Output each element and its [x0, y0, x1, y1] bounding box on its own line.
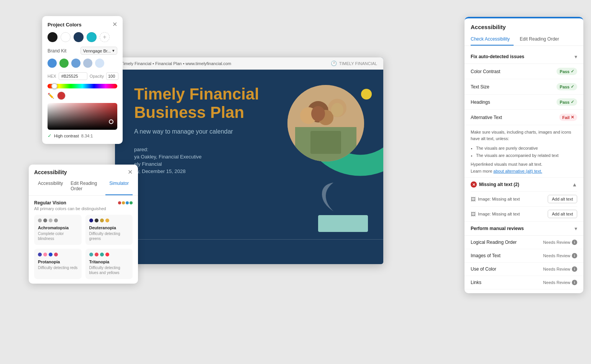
- hex-input[interactable]: [59, 72, 87, 80]
- fix-auto-issues-row[interactable]: Fix auto-detected issues ▾: [465, 50, 583, 64]
- tab-edit-reading-order-left[interactable]: Edit Reading Order: [67, 178, 105, 195]
- canvas-subtitle: A new way to manage your calendar: [134, 128, 261, 135]
- color-swatch-teal[interactable]: [87, 32, 97, 42]
- opacity-input[interactable]: [106, 72, 118, 80]
- images-of-text-row[interactable]: Images of Text Needs Review i: [465, 249, 583, 263]
- contrast-value: 8.34:1: [81, 134, 93, 138]
- alt-text-label: Alternative Text: [471, 115, 502, 120]
- links-label: Links: [471, 280, 481, 285]
- links-status: Needs Review i: [543, 280, 577, 285]
- project-colors-title: Project Colors: [48, 22, 82, 28]
- alt-bullet-2: The visuals are accompanied by related t…: [476, 152, 577, 159]
- eyedropper-row: ✏️: [48, 91, 117, 100]
- tab-edit-reading-order-right[interactable]: Edit Reading Order: [520, 34, 563, 46]
- manual-reviews-section: Perform manual reviews ▾ Logical Reading…: [465, 222, 583, 289]
- high-contrast-label: High contrast: [54, 134, 79, 138]
- add-color-button[interactable]: +: [100, 32, 110, 42]
- color-swatch-black[interactable]: [48, 32, 57, 42]
- fail-icon: ✕: [571, 115, 574, 120]
- chevron-down-icon: ▾: [112, 48, 115, 53]
- logical-reading-order-row[interactable]: Logical Reading Order Needs Review i: [465, 236, 583, 249]
- color-contrast-row[interactable]: Color Contrast Pass ✓: [465, 64, 583, 79]
- regular-vision-header: Regular Vision: [34, 200, 133, 206]
- vision-card-protanopia[interactable]: Protanopia Difficulty detecting reds: [34, 249, 82, 279]
- svg-rect-7: [310, 131, 341, 154]
- manual-reviews-header[interactable]: Perform manual reviews ▾: [465, 222, 583, 236]
- canvas-main-content: Timely Financial Business Plan A new way…: [115, 70, 383, 263]
- alt-text-description-section: Make sure visuals, including charts, ima…: [465, 125, 583, 178]
- brand-kit-value: Venngage Br...: [83, 49, 111, 53]
- svg-point-8: [311, 106, 325, 121]
- logical-reading-order-label: Logical Reading Order: [471, 240, 517, 245]
- color-spectrum-bar[interactable]: [48, 84, 117, 88]
- brand-swatch-4[interactable]: [83, 59, 92, 68]
- picker-thumb[interactable]: [109, 119, 113, 124]
- add-alt-text-button-1[interactable]: Add alt text: [548, 195, 577, 203]
- color-swatch-white[interactable]: [61, 32, 71, 42]
- vision-card-deuteranopia[interactable]: Deuteranopia Difficulty detecting greens: [85, 215, 133, 245]
- acc-left-header: Accessibility ✕: [29, 165, 138, 175]
- manual-reviews-label: Perform manual reviews: [471, 226, 524, 231]
- tab-check-accessibility[interactable]: Check Accessibility: [471, 34, 514, 46]
- info-icon-3: i: [572, 266, 577, 272]
- acc-left-close-button[interactable]: ✕: [128, 169, 133, 175]
- main-color-swatches: +: [48, 32, 117, 42]
- achromatopsia-dots: [38, 219, 78, 222]
- achromatopsia-desc: Complete color blindness: [38, 231, 78, 241]
- team-photo: [287, 85, 364, 162]
- company-name: ely Financial: [134, 161, 364, 167]
- alt-text-row[interactable]: Alternative Text Fail ✕: [465, 110, 583, 125]
- alt-text-learn-more: Learn more about alternative (alt) text.: [471, 169, 577, 173]
- brand-swatch-5[interactable]: [95, 59, 104, 68]
- alt-text-desc: Make sure visuals, including charts, ima…: [471, 129, 577, 142]
- eyedropper-icon[interactable]: ✏️: [48, 93, 54, 99]
- canvas-divider: [115, 239, 383, 240]
- check-icon: ✓: [48, 133, 52, 139]
- brand-swatch-3[interactable]: [71, 59, 80, 68]
- alt-text-learn-link[interactable]: about alternative (alt) text.: [493, 169, 542, 173]
- vision-card-achromatopsia[interactable]: Achromatopsia Complete color blindness: [34, 215, 82, 245]
- images-of-text-status: Needs Review i: [543, 253, 577, 258]
- tritanopia-desc: Difficulty detecting blues and yellows: [89, 265, 129, 275]
- add-alt-text-button-2[interactable]: Add alt text: [548, 210, 577, 218]
- tab-accessibility-left[interactable]: Accessibility: [34, 178, 67, 195]
- missing-alt-chevron-icon: ▲: [572, 181, 577, 188]
- info-icon-2: i: [572, 253, 577, 258]
- manual-reviews-chevron-icon: ▾: [575, 225, 577, 232]
- headings-row[interactable]: Headings Pass ✓: [465, 95, 583, 110]
- missing-alt-label: ✕ Missing alt text (2): [471, 181, 519, 188]
- color-picker-gradient[interactable]: [48, 103, 117, 130]
- fix-auto-label: Fix auto-detected issues: [471, 54, 524, 59]
- canvas-brand-name: TIMELY FINANCIAL: [339, 61, 377, 66]
- tab-simulator[interactable]: Simulator: [105, 178, 133, 195]
- text-size-row[interactable]: Text Size Pass ✓: [465, 79, 583, 95]
- info-icon-4: i: [572, 280, 577, 285]
- use-of-color-row[interactable]: Use of Color Needs Review i: [465, 263, 583, 276]
- svg-point-9: [331, 103, 343, 117]
- image-icon-2: 🖼: [471, 211, 476, 217]
- text-size-status: Pass ✓: [557, 83, 577, 90]
- spectrum-thumb[interactable]: [51, 83, 57, 89]
- alt-text-hyperlink-rule: Hyperlinked visuals must have alt text.: [471, 162, 577, 166]
- color-swatch-dark-blue[interactable]: [74, 32, 84, 42]
- clock-icon: 🕐: [331, 60, 337, 66]
- missing-alt-header[interactable]: ✕ Missing alt text (2) ▲: [471, 178, 577, 191]
- acc-left-title: Accessibility: [34, 169, 67, 175]
- brand-swatch-2[interactable]: [59, 59, 69, 68]
- brand-kit-select[interactable]: Venngage Br... ▾: [80, 47, 117, 55]
- canvas-brand-logo: 🕐 TIMELY FINANCIAL: [331, 60, 377, 66]
- image-icon-1: 🖼: [471, 196, 476, 202]
- title-line1: Timely Financial: [134, 85, 259, 103]
- links-row[interactable]: Links Needs Review i: [465, 276, 583, 289]
- vision-dot-4: [130, 201, 133, 204]
- acc-right-tabs: Check Accessibility Edit Reading Order: [465, 34, 583, 46]
- canvas-url-text: Timely Financial • Financial Plan • www.…: [121, 61, 231, 66]
- brand-swatch-1[interactable]: [48, 59, 57, 68]
- vision-card-tritanopia[interactable]: Tritanopia Difficulty detecting blues an…: [85, 249, 133, 279]
- missing-alt-item-2-label: 🖼 Image: Missing alt text: [471, 211, 520, 217]
- use-of-color-status: Needs Review i: [543, 266, 577, 272]
- canvas-main-title: Timely Financial Business Plan: [134, 85, 261, 122]
- brand-kit-row: Brand Kit Venngage Br... ▾: [48, 47, 117, 55]
- project-colors-close-button[interactable]: ✕: [112, 21, 117, 28]
- alt-text-status: Fail ✕: [559, 114, 577, 121]
